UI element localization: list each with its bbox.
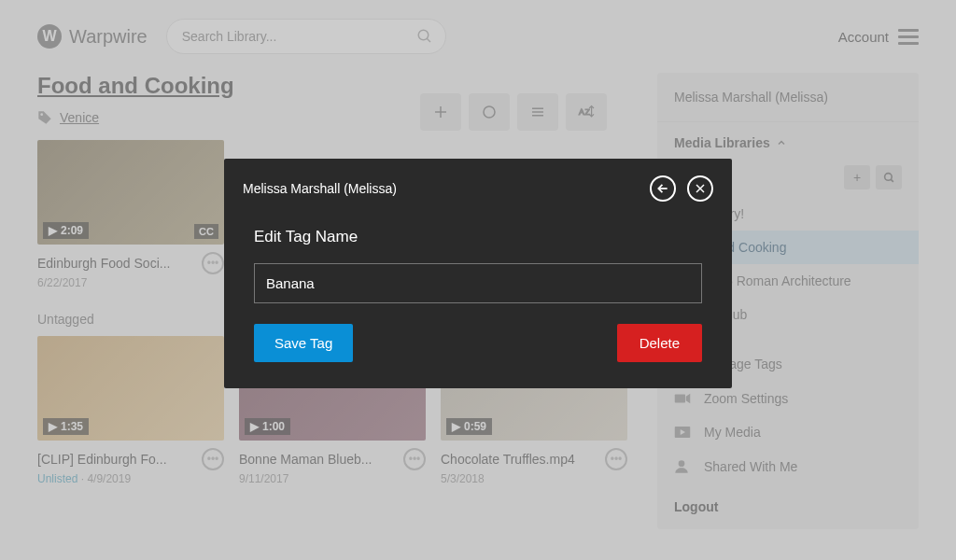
delete-tag-button[interactable]: Delete xyxy=(617,324,702,362)
save-tag-button[interactable]: Save Tag xyxy=(254,324,353,362)
modal-header: Melissa Marshall (Melissa) xyxy=(224,159,732,218)
back-button[interactable] xyxy=(650,175,676,202)
tag-name-input[interactable] xyxy=(254,263,702,303)
modal-overlay[interactable]: Melissa Marshall (Melissa) Edit Tag Name… xyxy=(0,0,956,560)
modal-title: Edit Tag Name xyxy=(254,228,702,246)
edit-tag-modal: Melissa Marshall (Melissa) Edit Tag Name… xyxy=(224,159,732,388)
modal-user: Melissa Marshall (Melissa) xyxy=(243,181,397,196)
modal-body: Edit Tag Name Save Tag Delete xyxy=(224,218,732,388)
close-button[interactable] xyxy=(687,175,713,202)
